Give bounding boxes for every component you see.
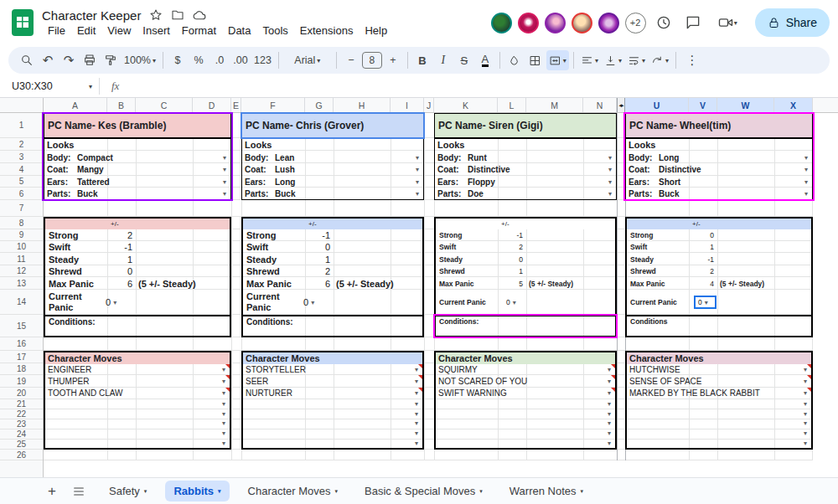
move-cell[interactable]: SQUIRMY▾ — [436, 364, 615, 376]
row-header[interactable]: 2 — [0, 138, 43, 151]
all-sheets-button[interactable] — [67, 480, 91, 503]
move-cell-empty[interactable]: ▾ — [436, 438, 615, 448]
dropdown-arrow-icon[interactable]: ▾ — [804, 154, 808, 162]
menu-extensions[interactable]: Extensions — [294, 23, 360, 38]
dropdown-arrow-icon[interactable]: ▾ — [804, 178, 808, 186]
column-header-u[interactable]: U — [625, 98, 689, 112]
menu-data[interactable]: Data — [222, 23, 256, 38]
collaborator-avatar[interactable] — [491, 13, 512, 33]
dropdown-arrow-icon[interactable]: ▾ — [222, 419, 225, 427]
italic-button[interactable]: I — [433, 50, 453, 70]
dropdown-arrow-icon[interactable]: ▾ — [804, 410, 807, 418]
move-cell-empty[interactable]: ▾ — [436, 399, 615, 409]
dropdown-arrow-icon[interactable]: ▾ — [804, 419, 807, 427]
dropdown-arrow-icon[interactable]: ▾ — [415, 440, 418, 447]
move-cell-empty[interactable]: ▾ — [627, 438, 811, 448]
row-header[interactable]: 22 — [0, 409, 43, 419]
stat-strong[interactable]: Strong0 — [627, 229, 811, 241]
collaborator-avatar[interactable] — [518, 13, 539, 33]
column-header-m[interactable]: M — [526, 98, 583, 112]
dropdown-arrow-icon[interactable]: ▾ — [222, 400, 225, 408]
add-sheet-button[interactable]: + — [40, 480, 64, 503]
move-cell-empty[interactable]: ▾ — [45, 429, 230, 439]
conditions-cell[interactable]: Conditions: — [436, 315, 615, 336]
tab-warren-notes[interactable]: Warren Notes▾ — [501, 481, 592, 501]
dropdown-arrow-icon[interactable]: ▾ — [311, 299, 314, 306]
move-cell[interactable]: STORYTELLER▾ — [243, 364, 422, 376]
dropdown-arrow-icon[interactable]: ▾ — [705, 299, 708, 306]
stat-shrewd[interactable]: Shrewd1 — [436, 265, 615, 277]
move-cell-empty[interactable]: ▾ — [45, 399, 230, 409]
dropdown-arrow-icon[interactable]: ▾ — [223, 178, 226, 186]
looks-title[interactable]: Looks — [435, 139, 616, 152]
column-header-n[interactable]: N — [583, 98, 617, 112]
move-cell-empty[interactable]: ▾ — [243, 429, 422, 439]
row-header[interactable]: 24 — [0, 429, 43, 440]
star-icon[interactable] — [149, 8, 163, 22]
row-header[interactable]: 16 — [0, 337, 43, 351]
row-header[interactable]: 11 — [0, 253, 43, 265]
looks-ears-cell[interactable]: Ears:Floppy▾ — [435, 176, 616, 188]
text-wrap-button[interactable]: ▾ — [625, 50, 648, 70]
stat-strong[interactable]: Strong-1 — [436, 229, 615, 241]
move-cell-empty[interactable]: ▾ — [436, 429, 615, 439]
looks-title[interactable]: Looks — [242, 139, 423, 152]
merge-cells-button[interactable]: ▾ — [546, 50, 569, 70]
menu-edit[interactable]: Edit — [71, 23, 101, 38]
row-header[interactable]: 18 — [0, 363, 43, 375]
stat-max-panic[interactable]: Max Panic6(5 +/- Steady) — [45, 277, 230, 290]
looks-coat-cell[interactable]: Coat:Distinctive▾ — [626, 164, 812, 177]
dropdown-arrow-icon[interactable]: ▾ — [608, 154, 612, 162]
column-header-d[interactable]: D — [193, 98, 231, 112]
looks-parts-cell[interactable]: Parts:Buck▾ — [242, 188, 423, 199]
selected-cell[interactable]: 0▾ — [694, 296, 716, 309]
looks-body-cell[interactable]: Body:Compact▾ — [44, 152, 230, 164]
stat-shrewd[interactable]: Shrewd2 — [243, 265, 422, 277]
column-header-c[interactable]: C — [136, 98, 193, 112]
looks-parts-cell[interactable]: Parts:Buck▾ — [626, 188, 812, 199]
move-cell-empty[interactable]: ▾ — [243, 438, 422, 448]
column-header-w[interactable]: W — [717, 98, 774, 112]
row-header[interactable]: 20 — [0, 388, 43, 399]
row-header[interactable]: 13 — [0, 277, 43, 290]
name-box[interactable]: U30:X30 ▾ — [12, 80, 99, 92]
dropdown-arrow-icon[interactable]: ▾ — [223, 154, 226, 162]
dropdown-arrow-icon[interactable]: ▾ — [222, 440, 225, 447]
share-button[interactable]: Share — [755, 8, 830, 37]
stat-steady[interactable]: Steady1 — [243, 253, 422, 265]
stat-swift[interactable]: Swift0 — [243, 241, 422, 253]
dropdown-arrow-icon[interactable]: ▾ — [222, 410, 225, 418]
row-header[interactable]: 19 — [0, 375, 43, 388]
decrease-decimal-button[interactable]: .0 — [210, 50, 230, 70]
collaborator-avatar[interactable] — [545, 13, 566, 33]
moves-title[interactable]: Character Moves — [45, 352, 230, 364]
menu-insert[interactable]: Insert — [137, 23, 176, 38]
looks-coat-cell[interactable]: Coat:Mangy▾ — [44, 164, 230, 177]
dropdown-arrow-icon[interactable]: ▾ — [416, 190, 419, 198]
collaborator-avatar[interactable] — [598, 13, 619, 33]
column-header-k[interactable]: K — [434, 98, 498, 112]
dropdown-arrow-icon[interactable]: ▾ — [608, 166, 612, 173]
looks-ears-cell[interactable]: Ears:Long▾ — [242, 176, 423, 188]
column-header-b[interactable]: B — [107, 98, 136, 112]
row-header[interactable]: 1 — [0, 113, 43, 138]
dropdown-arrow-icon[interactable]: ▾ — [416, 154, 419, 162]
more-toolbar-options-button[interactable]: ⋮ — [682, 50, 702, 70]
stat-swift[interactable]: Swift2 — [436, 241, 615, 253]
looks-ears-cell[interactable]: Ears:Tattered▾ — [44, 176, 230, 188]
moves-title[interactable]: Character Moves — [627, 352, 811, 364]
conditions-cell[interactable]: Conditions: — [243, 315, 422, 336]
select-all-corner[interactable] — [0, 98, 44, 112]
fill-color-button[interactable] — [504, 50, 525, 70]
more-formats-button[interactable]: 123 — [251, 50, 274, 70]
move-cell[interactable]: HUTCHWISE▾ — [627, 364, 811, 376]
dropdown-arrow-icon[interactable]: ▾ — [222, 429, 225, 437]
move-folder-icon[interactable] — [171, 8, 184, 22]
stat-steady[interactable]: Steady1 — [45, 253, 230, 265]
stat-strong[interactable]: Strong-1 — [243, 229, 422, 241]
dropdown-arrow-icon[interactable]: ▾ — [804, 440, 807, 447]
column-header-j[interactable]: J — [424, 98, 434, 112]
row-header[interactable]: 26 — [0, 450, 43, 460]
stat-current-panic[interactable]: Current Panic0▾ — [627, 290, 811, 315]
dropdown-arrow-icon[interactable]: ▾ — [804, 429, 807, 437]
